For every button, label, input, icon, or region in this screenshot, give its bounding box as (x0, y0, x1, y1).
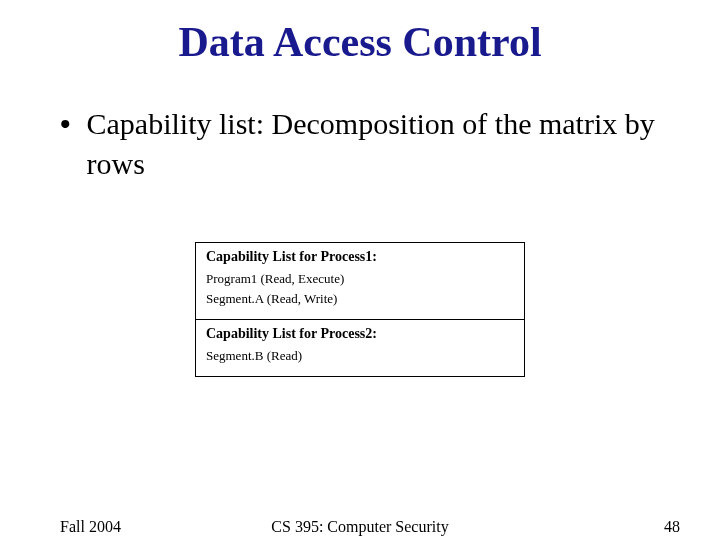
cap-header-2: Capability List for Process2: (206, 326, 514, 342)
table-row: Capability List for Process2: Segment.B … (196, 320, 525, 377)
table-row: Capability List for Process1: Program1 (… (196, 243, 525, 320)
capability-cell-process2: Capability List for Process2: Segment.B … (196, 320, 525, 377)
footer-center: CS 395: Computer Security (0, 518, 720, 536)
cap-item: Segment.A (Read, Write) (206, 291, 514, 307)
capability-cell-process1: Capability List for Process1: Program1 (… (196, 243, 525, 320)
bullet-text: Capability list: Decomposition of the ma… (87, 104, 666, 184)
footer-right: 48 (664, 518, 680, 536)
slide: Data Access Control • Capability list: D… (0, 18, 720, 540)
cap-header-1: Capability List for Process1: (206, 249, 514, 265)
cap-item: Segment.B (Read) (206, 348, 514, 364)
capability-table-wrap: Capability List for Process1: Program1 (… (0, 242, 720, 377)
capability-table: Capability List for Process1: Program1 (… (195, 242, 525, 377)
bullet-item: • Capability list: Decomposition of the … (0, 104, 720, 184)
slide-title: Data Access Control (0, 18, 720, 66)
bullet-marker: • (60, 104, 71, 144)
cap-item: Program1 (Read, Execute) (206, 271, 514, 287)
